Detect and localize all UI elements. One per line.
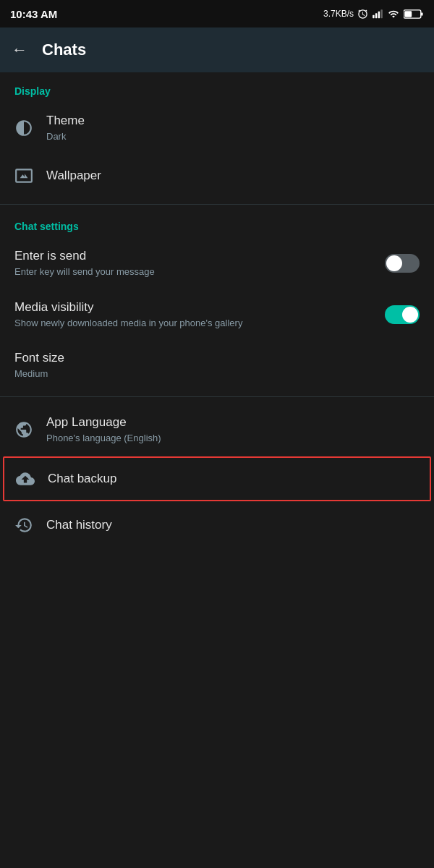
media-visibility-subtitle: Show newly downloaded media in your phon…	[14, 317, 385, 330]
svg-rect-1	[375, 13, 378, 18]
wallpaper-icon	[14, 166, 46, 185]
media-visibility-title: Media visibility	[14, 299, 385, 315]
enter-is-send-toggle-knob	[386, 255, 402, 271]
media-visibility-toggle[interactable]	[385, 305, 420, 324]
font-size-title: Font size	[14, 350, 420, 366]
svg-rect-2	[378, 11, 380, 17]
chat-backup-text: Chat backup	[48, 471, 418, 487]
theme-title: Theme	[46, 113, 420, 129]
svg-rect-3	[380, 9, 383, 18]
display-section-label: Display	[0, 85, 434, 103]
settings-content: Display Theme Dark Wallpaper	[0, 72, 434, 548]
theme-item[interactable]: Theme Dark	[0, 103, 434, 153]
font-size-text: Font size Medium	[14, 350, 420, 380]
signal-icon	[372, 9, 383, 20]
app-language-title: App Language	[46, 414, 420, 430]
enter-is-send-text: Enter is send Enter key will send your m…	[14, 248, 385, 278]
media-visibility-toggle-container	[385, 305, 420, 324]
divider-1	[0, 204, 434, 205]
enter-is-send-toggle-container	[385, 254, 420, 273]
app-language-text: App Language Phone's language (English)	[46, 414, 420, 445]
wallpaper-title: Wallpaper	[46, 168, 420, 184]
theme-subtitle: Dark	[46, 130, 420, 143]
page-title: Chats	[42, 41, 86, 59]
status-time: 10:43 AM	[10, 8, 57, 20]
status-bar: 10:43 AM 3.7KB/s	[0, 0, 434, 27]
enter-is-send-item[interactable]: Enter is send Enter key will send your m…	[0, 238, 434, 289]
network-speed: 3.7KB/s	[323, 9, 354, 19]
wallpaper-text: Wallpaper	[46, 168, 420, 184]
svg-rect-6	[404, 11, 412, 17]
chat-settings-section: Chat settings Enter is send Enter key wi…	[0, 208, 434, 393]
display-section: Display Theme Dark Wallpaper	[0, 72, 434, 201]
theme-icon	[14, 119, 46, 137]
back-button[interactable]: ←	[12, 41, 27, 59]
svg-rect-0	[373, 14, 375, 17]
chat-settings-label: Chat settings	[0, 221, 434, 238]
chat-history-title: Chat history	[46, 517, 420, 533]
media-visibility-text: Media visibility Show newly downloaded m…	[14, 299, 385, 330]
font-size-subtitle: Medium	[14, 367, 420, 380]
theme-text: Theme Dark	[46, 113, 420, 143]
globe-icon	[14, 420, 46, 439]
enter-is-send-title: Enter is send	[14, 248, 385, 264]
media-visibility-item[interactable]: Media visibility Show newly downloaded m…	[0, 289, 434, 340]
media-visibility-toggle-knob	[402, 307, 418, 323]
status-icons: 3.7KB/s	[323, 9, 424, 20]
chat-backup-item[interactable]: Chat backup	[3, 456, 431, 501]
app-language-subtitle: Phone's language (English)	[46, 432, 420, 445]
app-bar: ← Chats	[0, 27, 434, 72]
divider-2	[0, 396, 434, 397]
app-language-item[interactable]: App Language Phone's language (English)	[0, 404, 434, 455]
wallpaper-item[interactable]: Wallpaper	[0, 153, 434, 198]
battery-icon	[404, 9, 424, 20]
history-icon	[14, 516, 46, 535]
alarm-icon	[357, 9, 368, 20]
enter-is-send-toggle[interactable]	[385, 254, 420, 273]
svg-rect-5	[421, 12, 423, 15]
chat-history-item[interactable]: Chat history	[0, 503, 434, 548]
chat-history-text: Chat history	[46, 517, 420, 533]
upload-icon	[16, 469, 48, 488]
wifi-icon	[387, 9, 400, 20]
enter-is-send-subtitle: Enter key will send your message	[14, 265, 385, 278]
font-size-item[interactable]: Font size Medium	[0, 340, 434, 391]
chat-backup-title: Chat backup	[48, 471, 418, 487]
